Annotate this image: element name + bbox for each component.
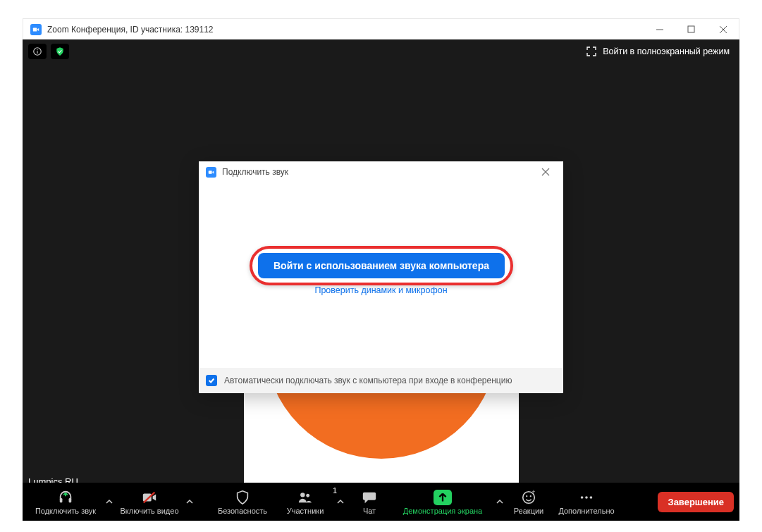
fullscreen-label: Войти в полноэкранный режим: [603, 47, 730, 56]
join-with-computer-audio-button[interactable]: Войти с использованием звука компьютера: [258, 253, 505, 278]
share-options-caret[interactable]: [493, 497, 506, 506]
fullscreen-icon: [586, 46, 597, 57]
toolbar-label: Безопасность: [218, 507, 267, 515]
headphones-icon: [58, 488, 73, 507]
meeting-controls-toolbar: Подключить звук Включить видео Безопасно…: [23, 483, 739, 521]
svg-rect-8: [209, 171, 212, 174]
dialog-close-button[interactable]: [535, 168, 556, 176]
titlebar: Zoom Конференция, ID участника: 139112: [23, 18, 739, 39]
join-audio-dialog: Подключить звук Войти с использованием з…: [199, 161, 563, 393]
svg-rect-7: [37, 51, 37, 54]
meeting-info-icon[interactable]: [28, 44, 47, 59]
more-button[interactable]: Дополнительно: [553, 483, 620, 521]
dialog-titlebar: Подключить звук: [199, 161, 563, 183]
reactions-button[interactable]: + Реакции: [508, 483, 550, 521]
svg-point-18: [526, 495, 527, 497]
security-button[interactable]: Безопасность: [210, 483, 275, 521]
participants-count: 1: [333, 486, 337, 495]
dialog-title: Подключить звук: [222, 167, 288, 177]
share-screen-icon: [434, 490, 452, 505]
window-title: Zoom Конференция, ID участника: 139112: [47, 25, 214, 35]
chat-button[interactable]: Чат: [348, 483, 391, 521]
svg-text:+: +: [532, 490, 536, 495]
encryption-shield-icon[interactable]: [51, 44, 69, 59]
svg-point-6: [37, 49, 37, 50]
fullscreen-button[interactable]: Войти в полноэкранный режим: [582, 43, 734, 60]
svg-point-16: [306, 494, 309, 497]
toolbar-label: Чат: [363, 507, 376, 515]
join-audio-button[interactable]: Подключить звук: [30, 483, 102, 521]
zoom-app-icon: [30, 24, 42, 35]
auto-join-audio-checkbox[interactable]: [206, 375, 217, 386]
svg-point-21: [581, 496, 584, 499]
svg-point-19: [530, 495, 531, 497]
svg-rect-2: [688, 26, 694, 32]
share-screen-button[interactable]: Демонстрация экрана: [393, 483, 492, 521]
more-icon: [579, 488, 594, 507]
svg-point-22: [585, 496, 588, 499]
dialog-footer: Автоматически подключать звук с компьюте…: [199, 368, 563, 393]
toolbar-label: Включить видео: [120, 507, 178, 515]
toolbar-label: Участники: [287, 507, 324, 515]
end-meeting-button[interactable]: Завершение: [658, 492, 734, 512]
shield-icon: [235, 488, 250, 507]
camera-off-icon: [142, 488, 157, 507]
participants-icon: [297, 488, 313, 507]
start-video-button[interactable]: Включить видео: [117, 483, 182, 521]
auto-join-audio-label: Автоматически подключать звук с компьюте…: [224, 376, 512, 385]
svg-point-23: [590, 496, 593, 499]
participants-button[interactable]: 1 Участники: [278, 483, 333, 521]
minimize-button[interactable]: [644, 19, 675, 39]
meeting-topbar: Войти в полноэкранный режим: [23, 39, 739, 63]
svg-rect-0: [33, 27, 37, 31]
toolbar-label: Реакции: [514, 507, 544, 515]
video-options-caret[interactable]: [183, 497, 196, 506]
svg-rect-12: [69, 498, 72, 502]
svg-point-15: [300, 493, 305, 497]
test-speaker-mic-link[interactable]: Проверить динамик и микрофон: [314, 285, 447, 295]
toolbar-label: Подключить звук: [35, 507, 96, 515]
chat-icon: [362, 488, 377, 507]
audio-options-caret[interactable]: [103, 497, 116, 506]
maximize-button[interactable]: [675, 19, 707, 39]
toolbar-label: Дополнительно: [558, 507, 614, 515]
zoom-app-icon: [206, 167, 216, 178]
smiley-icon: +: [521, 488, 536, 507]
svg-rect-11: [60, 498, 63, 502]
participants-options-caret[interactable]: [334, 497, 347, 506]
toolbar-label: Демонстрация экрана: [403, 507, 482, 515]
close-button[interactable]: [707, 19, 739, 39]
